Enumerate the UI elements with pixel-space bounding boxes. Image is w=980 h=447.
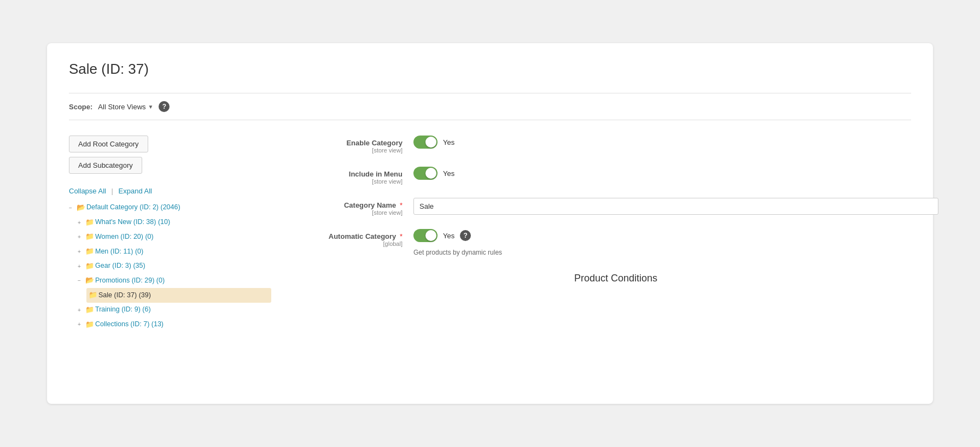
expand-icon[interactable]: + — [78, 217, 84, 228]
chevron-down-icon: ▼ — [148, 104, 154, 110]
include-in-menu-controls: Yes — [413, 167, 938, 180]
scope-dropdown[interactable]: All Store Views ▼ — [98, 103, 153, 111]
category-name-label: Category Name — [344, 201, 396, 209]
folder-icon: 📁 — [89, 289, 97, 302]
expand-icon[interactable]: + — [78, 261, 84, 272]
expand-icon[interactable]: + — [78, 232, 84, 242]
automatic-category-label: Automatic Category — [329, 232, 396, 240]
include-in-menu-label-group: Include in Menu [store view] — [293, 167, 413, 185]
automatic-category-sub-label: [global] — [293, 240, 402, 247]
automatic-category-toggle[interactable] — [413, 229, 438, 242]
enable-category-row: Enable Category [store view] Yes — [293, 136, 938, 154]
tree-item: + 📁 Men (ID: 11) (0) — [78, 244, 271, 259]
tree-item: − 📂 Promotions (ID: 29) (0) — [78, 273, 271, 288]
right-panel: Enable Category [store view] Yes Include… — [293, 136, 938, 332]
folder-icon: 📁 — [85, 318, 94, 332]
tree-item: − 📂 Default Category (ID: 2) (2046) — [69, 201, 271, 215]
include-in-menu-row: Include in Menu [store view] Yes — [293, 167, 938, 185]
folder-open-icon: 📂 — [85, 274, 94, 287]
enable-category-sub-label: [store view] — [293, 147, 402, 154]
expand-icon[interactable]: + — [78, 246, 84, 257]
tree-controls: Collapse All | Expand All — [69, 187, 271, 195]
toggle-thumb — [425, 230, 436, 241]
page-title: Sale (ID: 37) — [69, 61, 911, 78]
product-conditions-title: Product Conditions — [293, 273, 938, 284]
add-subcategory-button[interactable]: Add Subcategory — [69, 157, 142, 174]
toggle-thumb — [425, 137, 436, 148]
dynamic-rules-description: Get products by dynamic rules — [413, 249, 938, 256]
folder-icon: 📁 — [85, 230, 94, 244]
required-star: * — [400, 232, 402, 240]
tree-node-collections[interactable]: Collections (ID: 7) (13) — [95, 318, 164, 331]
automatic-category-row: Automatic Category * [global] Yes ? Get … — [293, 229, 938, 256]
folder-icon: 📂 — [77, 201, 85, 215]
add-root-category-button[interactable]: Add Root Category — [69, 136, 148, 152]
tree-item: + 📁 What's New (ID: 38) (10) — [78, 215, 271, 230]
tree-node-training[interactable]: Training (ID: 9) (6) — [95, 303, 151, 316]
enable-category-label: Enable Category — [346, 139, 402, 147]
content-area: Add Root Category Add Subcategory Collap… — [69, 136, 911, 332]
category-tree: − 📂 Default Category (ID: 2) (2046) + 📁 … — [69, 201, 271, 332]
tree-item: + 📁 Gear (ID: 3) (35) — [78, 259, 271, 274]
tree-node-men[interactable]: Men (ID: 11) (0) — [95, 245, 143, 258]
collapse-all-link[interactable]: Collapse All — [69, 187, 106, 195]
main-card: Sale (ID: 37) Scope: All Store Views ▼ ?… — [47, 43, 933, 404]
automatic-category-help-icon[interactable]: ? — [460, 230, 471, 241]
folder-icon: 📁 — [85, 260, 94, 273]
include-in-menu-sub-label: [store view] — [293, 178, 402, 185]
left-panel: Add Root Category Add Subcategory Collap… — [69, 136, 271, 332]
expand-icon[interactable]: + — [78, 305, 84, 315]
expand-all-link[interactable]: Expand All — [119, 187, 152, 195]
expand-icon[interactable]: + — [78, 319, 84, 330]
scope-label: Scope: — [69, 103, 92, 111]
tree-node-women[interactable]: Women (ID: 20) (0) — [95, 231, 154, 244]
required-star: * — [400, 201, 402, 209]
automatic-category-value: Yes — [443, 232, 454, 240]
automatic-category-controls: Yes ? Get products by dynamic rules — [413, 229, 938, 256]
scope-help-icon[interactable]: ? — [159, 101, 170, 112]
category-name-label-group: Category Name * [store view] — [293, 198, 413, 216]
tree-node-whats-new[interactable]: What's New (ID: 38) (10) — [95, 216, 170, 229]
folder-icon: 📁 — [85, 216, 94, 230]
folder-icon: 📁 — [85, 245, 94, 258]
tree-node-default[interactable]: Default Category (ID: 2) (2046) — [86, 201, 180, 214]
category-name-input[interactable] — [413, 198, 938, 215]
tree-node-sale-label: Sale (ID: 37) (39) — [98, 289, 151, 302]
enable-category-value: Yes — [443, 138, 454, 146]
tree-item-selected[interactable]: 📁 Sale (ID: 37) (39) — [86, 288, 271, 303]
tree-item: + 📁 Women (ID: 20) (0) — [78, 230, 271, 244]
tree-item: + 📁 Collections (ID: 7) (13) — [78, 317, 271, 332]
tree-item: + 📁 Training (ID: 9) (6) — [78, 303, 271, 317]
include-in-menu-value: Yes — [443, 169, 454, 178]
scope-bar: Scope: All Store Views ▼ ? — [69, 93, 911, 120]
automatic-category-label-group: Automatic Category * [global] — [293, 229, 413, 247]
enable-category-label-group: Enable Category [store view] — [293, 136, 413, 154]
separator: | — [112, 187, 113, 195]
enable-category-controls: Yes — [413, 136, 938, 149]
folder-icon: 📁 — [85, 303, 94, 317]
include-in-menu-toggle[interactable] — [413, 167, 438, 180]
scope-value: All Store Views — [98, 103, 145, 111]
tree-node-gear[interactable]: Gear (ID: 3) (35) — [95, 260, 145, 273]
include-in-menu-label: Include in Menu — [349, 170, 402, 178]
tree-node-promotions[interactable]: Promotions (ID: 29) (0) — [95, 274, 165, 287]
collapse-icon[interactable]: − — [69, 203, 75, 213]
collapse-icon[interactable]: − — [78, 275, 84, 286]
toggle-thumb — [425, 168, 436, 179]
enable-category-toggle[interactable] — [413, 136, 438, 149]
category-name-sub-label: [store view] — [293, 209, 402, 216]
category-name-row: Category Name * [store view] — [293, 198, 938, 216]
category-name-controls — [413, 198, 938, 215]
